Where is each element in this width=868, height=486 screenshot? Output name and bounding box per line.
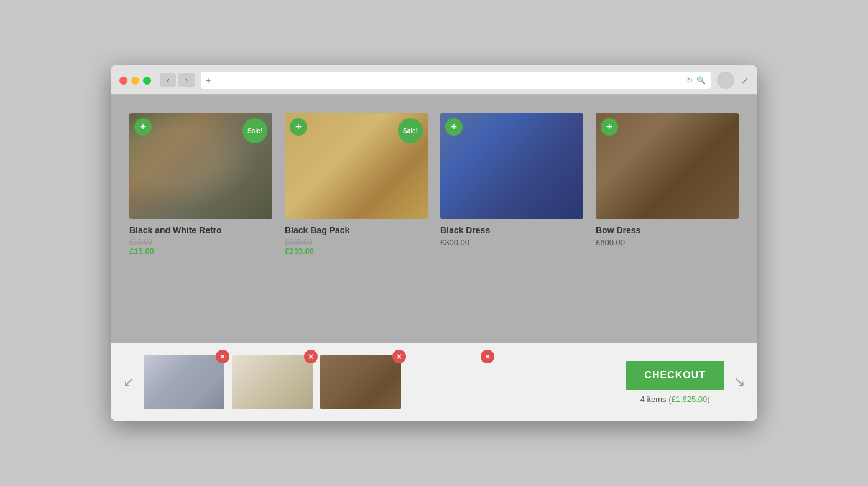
product-info-black-bag-pack: Black Bag Pack £333.00 £233.00 <box>285 219 428 259</box>
product-card-black-bag-pack: + Sale! Black Bag Pack £333.00 £233.00 <box>285 113 428 259</box>
address-bar[interactable]: + ↻ 🔍 <box>201 72 711 89</box>
product-price-new-black-bag-pack: £233.00 <box>285 246 428 256</box>
cart-scroll-right-icon[interactable]: ↘ <box>734 374 745 390</box>
product-card-black-dress: + Black Dress £300.00 <box>440 113 583 259</box>
remove-cart-item-2-button[interactable]: × <box>304 350 318 363</box>
product-price-new-black-white-retro: £15.00 <box>129 246 272 256</box>
remove-cart-item-4-button[interactable]: × <box>481 350 494 363</box>
product-name-bow-dress: Bow Dress <box>596 225 739 235</box>
sale-badge-black-white-retro: Sale! <box>242 118 267 143</box>
close-window-btn[interactable] <box>119 77 127 85</box>
cart-item-1-image <box>144 355 224 409</box>
product-name-black-dress: Black Dress <box>440 225 583 235</box>
cart-section: ↙ × × × × CHECKOUT <box>111 343 757 421</box>
remove-cart-item-1-button[interactable]: × <box>216 350 229 363</box>
minimize-window-btn[interactable] <box>131 77 139 85</box>
product-name-black-bag-pack: Black Bag Pack <box>285 225 428 235</box>
maximize-window-btn[interactable] <box>143 77 151 85</box>
cart-summary: 4 items (£1,625.00) <box>640 395 710 404</box>
add-to-cart-black-bag-pack[interactable]: + <box>290 118 307 136</box>
cart-item-1: × <box>144 355 224 409</box>
product-info-black-dress: Black Dress £300.00 <box>440 219 583 251</box>
products-grid: + Sale! Black and White Retro £10.00 £15… <box>129 113 739 259</box>
cart-item-3: × <box>320 355 401 409</box>
browser-titlebar: ‹ › + ↻ 🔍 ⤢ <box>111 65 757 95</box>
expand-icon[interactable]: ⤢ <box>741 75 749 86</box>
product-name-black-white-retro: Black and White Retro <box>129 225 272 235</box>
add-to-cart-bow-dress[interactable]: + <box>601 118 618 136</box>
cart-items-count: 4 items <box>640 395 667 404</box>
add-to-cart-black-dress[interactable]: + <box>445 118 463 136</box>
refresh-icon: ↻ <box>686 76 693 85</box>
product-price-old-black-white-retro: £10.00 <box>129 238 272 246</box>
product-card-bow-dress: + Bow Dress £600.00 <box>596 113 739 259</box>
product-info-bow-dress: Bow Dress £600.00 <box>596 219 739 251</box>
product-price-black-dress: £300.00 <box>440 238 583 247</box>
back-button[interactable]: ‹ <box>160 73 176 87</box>
remove-cart-item-3-button[interactable]: × <box>392 350 406 363</box>
cart-item-3-image <box>320 355 401 409</box>
cart-scroll-left-icon[interactable]: ↙ <box>123 374 134 390</box>
browser-content: + Sale! Black and White Retro £10.00 £15… <box>111 95 757 343</box>
cart-item-4-image <box>409 355 489 409</box>
browser-window: ‹ › + ↻ 🔍 ⤢ + Sale! Black and White Retr… <box>111 65 757 421</box>
cart-total: (£1,625.00) <box>668 395 710 404</box>
checkout-area: CHECKOUT 4 items (£1,625.00) <box>626 361 724 404</box>
checkout-button[interactable]: CHECKOUT <box>626 361 724 390</box>
search-icon: 🔍 <box>696 76 706 85</box>
sale-badge-black-bag-pack: Sale! <box>398 118 423 143</box>
cart-items-list: × × × × <box>144 355 616 409</box>
product-image-black-bag-pack: + Sale! <box>285 113 428 219</box>
product-image-black-dress: + <box>440 113 583 219</box>
browser-action-btn <box>717 72 734 89</box>
product-info-black-white-retro: Black and White Retro £10.00 £15.00 <box>129 219 272 259</box>
cart-item-4: × <box>409 355 489 409</box>
product-image-black-white-retro: + Sale! <box>129 113 272 219</box>
forward-button[interactable]: › <box>178 73 195 87</box>
product-image-bow-dress: + <box>596 113 739 219</box>
new-tab-icon: + <box>206 75 211 85</box>
product-price-bow-dress: £600.00 <box>596 238 739 247</box>
cart-item-2: × <box>232 355 313 409</box>
add-to-cart-black-white-retro[interactable]: + <box>134 118 152 136</box>
product-card-black-white-retro: + Sale! Black and White Retro £10.00 £15… <box>129 113 272 259</box>
cart-item-2-image <box>232 355 313 409</box>
traffic-lights <box>119 77 151 85</box>
product-price-old-black-bag-pack: £333.00 <box>285 238 428 246</box>
browser-nav: ‹ › <box>160 73 195 87</box>
